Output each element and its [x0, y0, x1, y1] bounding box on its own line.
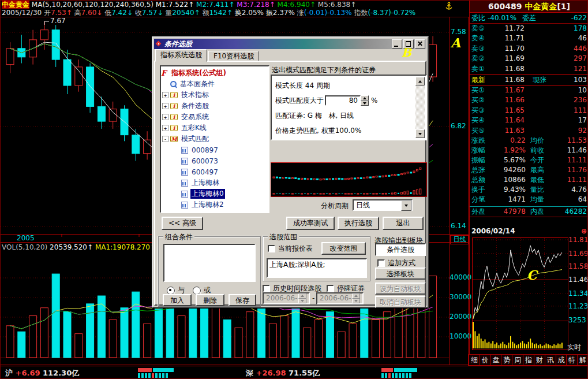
tree-item-600073[interactable]: 600073 [161, 155, 268, 166]
menu-item-价[interactable]: 价 [480, 354, 491, 366]
tree-item-基本面条件[interactable]: 基本面条件 [161, 79, 268, 90]
anchor-icon[interactable] [445, 2, 453, 11]
buy-level-row[interactable]: 买①11.6710 [470, 86, 588, 95]
buy-level-row[interactable]: 买③11.65111 [470, 106, 588, 116]
close-button[interactable] [415, 39, 425, 49]
match-degree-input[interactable]: 80 [325, 95, 361, 106]
tree-item-组合条件[interactable]: +ii组合条件 [161, 210, 268, 213]
stat-label: 总额 [471, 175, 489, 185]
bubble-icon: i [170, 92, 178, 98]
topbar-text: 7.53↑ [51, 9, 74, 17]
sz-index-group[interactable]: 深 +26.98 71.55亿 [246, 367, 320, 379]
date-to-spinner[interactable] [352, 293, 360, 303]
stat-value: 64 [550, 195, 587, 205]
buy-level-row[interactable]: 买⑤11.6392 [470, 126, 588, 136]
expand-icon[interactable]: + [162, 114, 168, 120]
match-degree-spinner[interactable] [361, 95, 369, 106]
expand-icon[interactable]: - [162, 136, 168, 142]
delete-button[interactable]: 删除 [196, 294, 224, 306]
tree-item-000897[interactable]: 000897 [161, 144, 268, 155]
sell-label: 卖② [471, 54, 490, 64]
current-quote-checkbox[interactable]: 当前报价表 [268, 244, 313, 254]
date-from-field[interactable]: 2006-06-24 [263, 292, 310, 304]
tree-item-模式匹配[interactable]: -M模式匹配 [161, 133, 268, 144]
sell-level-row[interactable]: 卖①11.68121 [470, 64, 588, 74]
menu-item-财[interactable]: 财 [534, 354, 545, 366]
tree-item-上海梅林0[interactable]: 上海梅林0 [161, 188, 268, 199]
menu-item-周[interactable]: 周 [512, 354, 523, 366]
bottom-menu: 细价盘势周指财讯成特解 [469, 354, 588, 366]
condition-scrollbar[interactable] [415, 77, 425, 138]
tree-root[interactable]: F指标系统(公式组) [161, 68, 268, 79]
buy-volume: 17 [525, 116, 587, 125]
set-auto-block-button[interactable]: 设为自动板块 [375, 283, 426, 295]
buy-volume: 236 [525, 95, 587, 105]
menu-item-成[interactable]: 成 [556, 354, 567, 366]
stat-row: 分笔1471均量64 [470, 195, 588, 205]
latest-row[interactable]: 最新 11.68 现张 103 [470, 74, 588, 86]
minimize-button[interactable] [392, 39, 402, 49]
run-selection-button[interactable]: 执行选股 [338, 217, 379, 230]
sell-price: 11.69 [490, 54, 525, 64]
expand-icon[interactable]: + [162, 103, 168, 109]
tab-indicator-system[interactable]: 指标系统选股 [155, 49, 207, 62]
save-button[interactable]: 保存 [229, 294, 256, 306]
change-range-button[interactable]: 改变范围 [321, 242, 366, 255]
append-mode-checkbox[interactable]: 追加方式 [377, 258, 415, 268]
buy-level-row[interactable]: 买④11.6417 [470, 116, 588, 125]
menu-item-特[interactable]: 特 [566, 354, 578, 366]
price-axis-label: 6.82 [451, 122, 466, 130]
sell-volume: 297 [525, 54, 587, 64]
pattern-preview-chart[interactable] [271, 162, 427, 197]
expand-icon[interactable]: + [162, 125, 168, 131]
tree-item-上海梅林[interactable]: 上海梅林 [161, 177, 268, 188]
analysis-period-select[interactable]: 日线 [353, 199, 413, 211]
date-from-spinner[interactable] [298, 293, 306, 303]
combine-condition-listbox[interactable] [163, 244, 256, 282]
menu-item-盘[interactable]: 盘 [490, 354, 502, 366]
add-button[interactable]: 加入 [163, 294, 192, 306]
success-test-button[interactable]: 成功率测试 [286, 217, 335, 230]
tree-item-600497[interactable]: 600497 [161, 166, 268, 177]
exit-button[interactable]: 退出 [383, 217, 424, 230]
period-label[interactable]: 日线 [450, 235, 469, 244]
expand-icon[interactable]: + [162, 92, 168, 98]
sell-level-row[interactable]: 卖④11.7146 [470, 34, 588, 43]
tree-item-交易系统[interactable]: +i交易系统 [161, 112, 268, 122]
stat-row: 振幅5.67%今开11.11 [470, 155, 588, 165]
quote-date-row: 2006/02/14 ⊕ [470, 226, 588, 236]
menu-item-细[interactable]: 细 [469, 354, 480, 366]
weibi-row: 委比 -40.01% 委差 -622 [470, 13, 588, 24]
tree-item-五彩K线[interactable]: +i五彩K线 [161, 122, 268, 133]
scroll-up-icon[interactable] [415, 77, 425, 86]
tree-item-条件选股[interactable]: +i条件选股 [161, 101, 268, 112]
tree-item-label: 组合条件 [180, 211, 210, 213]
menu-item-解[interactable]: 解 [577, 354, 588, 366]
date-to-field[interactable]: 2006-06-24 [316, 292, 364, 304]
menu-item-指[interactable]: 指 [523, 354, 534, 366]
range-text-box[interactable]: 上海A股;深圳A股; [267, 258, 367, 278]
sell-level-row[interactable]: 卖②11.69297 [470, 54, 588, 64]
dialog-titlebar[interactable]: 条件选股 [154, 39, 426, 49]
chevron-down-icon[interactable] [401, 200, 411, 211]
menu-item-势[interactable]: 势 [501, 354, 512, 366]
tree-item-技术指标[interactable]: +i技术指标 [161, 90, 268, 101]
advanced-button[interactable]: << 高级 [162, 217, 203, 230]
menu-item-讯[interactable]: 讯 [545, 354, 556, 366]
select-block-button[interactable]: 选择板块 [375, 267, 426, 280]
buy-price: 11.65 [490, 106, 525, 116]
tree-item-上海梅林2[interactable]: 上海梅林2 [161, 199, 268, 210]
cancel-auto-block-button[interactable]: 取消自动板块 [375, 296, 426, 308]
expand-icon[interactable]: + [162, 213, 168, 213]
weicha-value: -622 [571, 13, 587, 23]
sell-level-row[interactable]: 卖③11.70446 [470, 44, 588, 54]
buy-level-row[interactable]: 买②11.66236 [470, 95, 588, 105]
stat-label: 涨跌 [471, 136, 489, 146]
buy-label: 买④ [471, 116, 490, 125]
scroll-down-icon[interactable] [415, 129, 425, 138]
buy-price: 11.67 [490, 86, 525, 95]
sell-level-row[interactable]: 卖⑤11.72178 [470, 24, 588, 34]
output-target-box[interactable]: 条件选股 [375, 243, 426, 256]
sh-index-group[interactable]: 沪 +6.69 112.30亿 [5, 367, 79, 379]
crosshair-icon[interactable]: ⊕ [581, 226, 587, 236]
